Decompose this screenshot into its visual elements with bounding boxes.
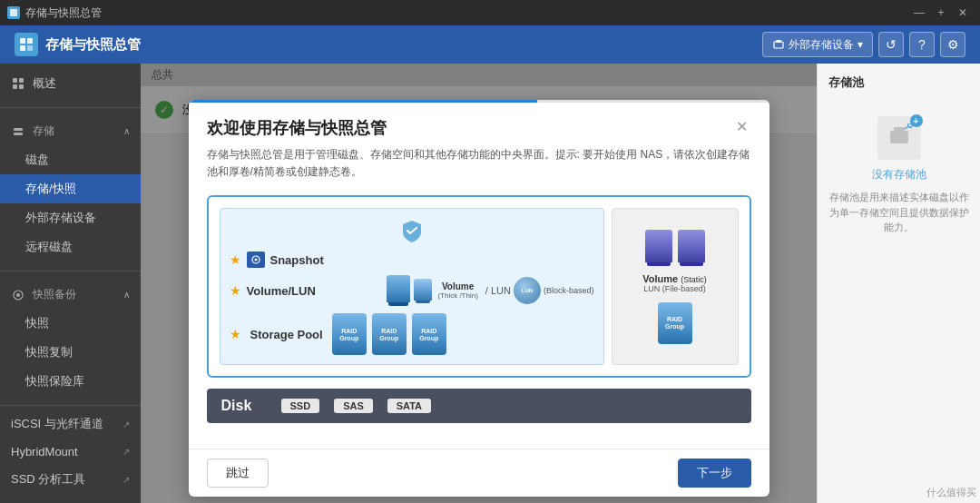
title-bar-controls: — + ✕ (909, 5, 973, 21)
sidebar-item-remote[interactable]: 远程磁盘 (0, 232, 141, 261)
modal-description: 存储与快照总管是用于管理磁盘、存储空间和其他存储功能的中央界面。提示: 要开始使… (207, 146, 751, 181)
svg-rect-10 (19, 84, 24, 89)
static-vol-icon-2 (678, 230, 705, 266)
svg-rect-6 (776, 40, 781, 43)
settings-button[interactable]: ⚙ (940, 32, 965, 57)
top-bar-left: 存储与快照总管 (15, 33, 141, 56)
overview-icon (11, 76, 25, 91)
sidebar-item-volume[interactable]: 存储/快照 (0, 174, 141, 203)
sidebar-item-hybridmount[interactable]: HybridMount ↗ (0, 439, 141, 465)
modal-progress-bar (189, 100, 537, 103)
pool-star-icon: ★ (230, 327, 241, 341)
modal-footer: 跳过 下一步 (189, 449, 769, 497)
sidebar-item-vjbod[interactable]: VJBOD Cloud ↗ (0, 494, 141, 503)
app-icon (7, 6, 20, 19)
hybridmount-external-icon: ↗ (122, 447, 130, 457)
external-storage-button[interactable]: 外部存储设备 ▾ (762, 32, 873, 57)
app-logo-icon (15, 33, 38, 56)
minimize-button[interactable]: — (909, 5, 929, 21)
storage-header-icon (11, 124, 25, 139)
diagram-area: ★ Snapshot ★ Volume/LUN (207, 195, 751, 378)
watermark: 什么值得买 (926, 486, 976, 499)
svg-rect-12 (14, 133, 23, 135)
svg-rect-11 (14, 128, 23, 131)
pool-icons: RAID Group RAID Group (332, 313, 446, 355)
svg-rect-4 (27, 45, 33, 51)
title-bar: 存储与快照总管 — + ✕ (0, 0, 980, 25)
sata-tag: SATA (387, 399, 431, 413)
skip-button[interactable]: 跳过 (207, 459, 269, 488)
thin-volume-icon (414, 279, 432, 303)
sidebar-item-external[interactable]: 外部存储设备 (0, 203, 141, 232)
sidebar-storage-header[interactable]: 存储 ∧ (0, 117, 141, 145)
modal-close-button[interactable]: ✕ (733, 117, 751, 135)
sidebar-item-snapshot-vault[interactable]: 快照保险库 (0, 367, 141, 396)
right-raid-group: RAID Group (658, 302, 692, 344)
volume-row: ★ Volume/LUN (230, 275, 594, 306)
iscsi-external-icon: ↗ (122, 419, 130, 429)
maximize-button[interactable]: + (931, 5, 951, 21)
static-volume-label: Volume (Static) LUN (File-based) (642, 273, 707, 293)
svg-rect-8 (19, 78, 24, 83)
add-pool-badge: + (910, 114, 923, 127)
sidebar-snapshot-section: 快照备份 ∧ 快照 快照复制 快照保险库 (0, 275, 141, 401)
sidebar-item-ssd[interactable]: SSD 分析工具 ↗ (0, 465, 141, 494)
snapshot-label: Snapshot (270, 253, 324, 267)
pool-label: Storage Pool (250, 328, 323, 341)
divider-1 (0, 107, 141, 108)
sidebar-item-snapshot[interactable]: 快照 (0, 309, 141, 338)
static-volume-icons (645, 230, 705, 266)
snapshot-box-icon (247, 252, 265, 268)
svg-rect-17 (890, 131, 908, 143)
top-bar: 存储与快照总管 外部存储设备 ▾ ↺ ? ⚙ (0, 25, 980, 64)
app-title: 存储与快照总管 (45, 36, 141, 54)
snapshot-star-icon: ★ (230, 252, 241, 267)
storage-pool-row: ★ Storage Pool RAID Group (230, 313, 594, 355)
sidebar-snapshot-header[interactable]: 快照备份 ∧ (0, 281, 141, 309)
sidebar-item-iscsi[interactable]: iSCSI 与光纤通道 ↗ (0, 409, 141, 439)
refresh-button[interactable]: ↺ (878, 32, 904, 57)
thick-volume-icon (387, 275, 410, 306)
diagram-right: Volume (Static) LUN (File-based) RAID Gr… (612, 208, 739, 365)
sidebar-item-snapshot-restore[interactable]: 快照复制 (0, 338, 141, 367)
raid-group-2: RAID Group (372, 313, 407, 355)
modal-header: 欢迎使用存储与快照总管 ✕ (189, 103, 769, 146)
no-pool-desc: 存储池是用来描述实体磁盘以作为单一存储空间且提供数据保护能力。 (828, 190, 969, 235)
storage-collapse-icon: ∧ (123, 126, 130, 136)
no-pool-text: 没有存储池 (872, 167, 926, 182)
sidebar-item-overview[interactable]: 概述 (0, 69, 141, 98)
modal-body: 存储与快照总管是用于管理磁盘、存储空间和其他存储功能的中央界面。提示: 要开始使… (189, 146, 769, 449)
raid-group-3: RAID Group (412, 313, 446, 355)
shield-icon-area (230, 218, 594, 246)
sidebar-storage-section: 存储 ∧ 磁盘 存储/快照 外部存储设备 远程磁盘 (0, 112, 141, 267)
ssd-external-icon: ↗ (122, 475, 130, 485)
lun-icon-group: / LUN LUN (Block-based) (485, 277, 594, 304)
lun-sphere-icon: LUN (514, 277, 541, 304)
raid-group-1: RAID Group (332, 313, 367, 355)
main-panel: 总共 ✓ 没有磁盘 欢迎使用存储与快照总管 ✕ (141, 64, 817, 503)
svg-rect-3 (20, 45, 25, 51)
svg-point-16 (254, 259, 257, 261)
help-button[interactable]: ? (909, 32, 935, 57)
volume-icons: Volume (Thick /Thin) / LUN LUN (387, 275, 593, 306)
app-body: 存储与快照总管 外部存储设备 ▾ ↺ ? ⚙ 概述 (0, 25, 980, 503)
svg-rect-5 (774, 42, 783, 48)
diagram-left: ★ Snapshot ★ Volume/LUN (220, 208, 604, 365)
snapshot-header-icon (11, 288, 25, 302)
next-button[interactable]: 下一步 (678, 459, 751, 488)
right-panel-title: 存储池 (828, 74, 864, 91)
close-button[interactable]: ✕ (953, 5, 973, 21)
content-area: 概述 存储 ∧ 磁盘 存储/快照 外部存储设 (0, 64, 980, 503)
divider-2 (0, 271, 141, 271)
sas-tag: SAS (334, 399, 373, 413)
sidebar-overview-section: 概述 (0, 64, 141, 104)
welcome-modal: 欢迎使用存储与快照总管 ✕ 存储与快照总管是用于管理磁盘、存储空间和其他存储功能… (189, 100, 769, 497)
title-bar-text: 存储与快照总管 (25, 5, 102, 21)
volume-label-text: Volume (Thick /Thin) (437, 281, 477, 300)
sidebar-item-disk[interactable]: 磁盘 (0, 145, 141, 174)
no-pool-icon: + (877, 116, 921, 160)
modal-title: 欢迎使用存储与快照总管 (207, 117, 387, 139)
disk-row: Disk SSD SAS SATA (207, 389, 751, 423)
title-bar-left: 存储与快照总管 (7, 5, 102, 21)
svg-rect-7 (13, 78, 17, 83)
